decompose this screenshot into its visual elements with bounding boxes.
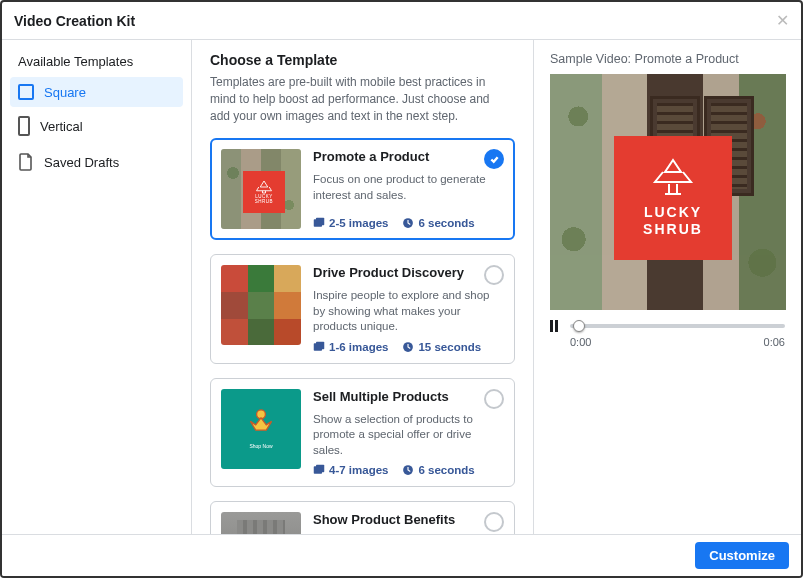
clock-icon bbox=[402, 217, 414, 229]
template-card-product-benefits[interactable]: M.G. Show Product Benefits Highlight key… bbox=[210, 501, 515, 534]
duration-meta: 15 seconds bbox=[402, 341, 481, 353]
svg-rect-8 bbox=[316, 465, 324, 473]
template-title: Show Product Benefits bbox=[313, 512, 455, 527]
template-title: Promote a Product bbox=[313, 149, 429, 164]
images-icon bbox=[313, 217, 325, 229]
images-icon bbox=[313, 341, 325, 353]
radio-empty-icon bbox=[484, 512, 504, 532]
images-meta: 1-6 images bbox=[313, 341, 388, 353]
choose-title: Choose a Template bbox=[210, 52, 515, 68]
template-desc: Focus on one product to generate interes… bbox=[313, 172, 504, 203]
choose-desc: Templates are pre-built with mobile best… bbox=[210, 74, 510, 124]
checkmark-icon bbox=[484, 149, 504, 169]
svg-rect-4 bbox=[316, 342, 324, 350]
template-desc: Show a selection of products to promote … bbox=[313, 412, 504, 459]
template-thumb: LUCKYSHRUB bbox=[221, 149, 301, 229]
square-icon bbox=[18, 84, 34, 100]
customize-button[interactable]: Customize bbox=[695, 542, 789, 569]
lucky-shrub-logo-icon: LUCKYSHRUB bbox=[243, 171, 285, 213]
lucky-shrub-logo-icon: LUCKYSHRUB bbox=[614, 136, 732, 260]
template-thumb: M.G. bbox=[221, 512, 301, 534]
preview-panel: Sample Video: Promote a Product LUCKYSHR… bbox=[533, 40, 801, 534]
sidebar-item-vertical[interactable]: Vertical bbox=[10, 109, 183, 143]
preview-video[interactable]: LUCKYSHRUB bbox=[550, 74, 786, 310]
template-chooser: Choose a Template Templates are pre-buil… bbox=[192, 40, 533, 534]
pause-icon[interactable] bbox=[550, 320, 562, 332]
template-card-sell-multiple[interactable]: Shop Now Sell Multiple Products Show a s… bbox=[210, 378, 515, 488]
sidebar-item-label: Vertical bbox=[40, 119, 83, 134]
radio-empty-icon bbox=[484, 265, 504, 285]
images-meta: 4-7 images bbox=[313, 464, 388, 476]
images-meta: 2-5 images bbox=[313, 217, 388, 229]
svg-rect-1 bbox=[316, 218, 324, 226]
dialog-footer: Customize bbox=[2, 534, 801, 576]
time-row: 0:00 0:06 bbox=[550, 336, 785, 348]
crown-icon bbox=[243, 409, 279, 439]
sidebar-item-label: Saved Drafts bbox=[44, 155, 119, 170]
sidebar-item-label: Square bbox=[44, 85, 86, 100]
duration-meta: 6 seconds bbox=[402, 464, 474, 476]
radio-empty-icon bbox=[484, 389, 504, 409]
vertical-icon bbox=[18, 116, 30, 136]
sidebar: Available Templates Square Vertical Save… bbox=[2, 40, 192, 534]
sidebar-heading: Available Templates bbox=[10, 50, 183, 77]
duration-meta: 6 seconds bbox=[402, 217, 474, 229]
template-title: Sell Multiple Products bbox=[313, 389, 449, 404]
dialog-title: Video Creation Kit bbox=[14, 13, 135, 29]
images-icon bbox=[313, 464, 325, 476]
clock-icon bbox=[402, 464, 414, 476]
close-icon[interactable]: ✕ bbox=[776, 11, 789, 30]
scrubber[interactable] bbox=[570, 324, 785, 328]
template-title: Drive Product Discovery bbox=[313, 265, 464, 280]
template-list: LUCKYSHRUB Promote a Product Focus on on… bbox=[210, 138, 515, 534]
template-desc: Inspire people to explore and shop by sh… bbox=[313, 288, 504, 335]
drafts-icon bbox=[18, 152, 34, 172]
template-thumb: Shop Now bbox=[221, 389, 301, 469]
template-thumb bbox=[221, 265, 301, 345]
template-card-promote-product[interactable]: LUCKYSHRUB Promote a Product Focus on on… bbox=[210, 138, 515, 240]
sidebar-item-saved-drafts[interactable]: Saved Drafts bbox=[10, 145, 183, 179]
player-controls bbox=[550, 320, 785, 332]
dialog-header: Video Creation Kit ✕ bbox=[2, 2, 801, 40]
current-time: 0:00 bbox=[570, 336, 591, 348]
sidebar-item-square[interactable]: Square bbox=[10, 77, 183, 107]
scrubber-thumb[interactable] bbox=[573, 320, 585, 332]
total-time: 0:06 bbox=[764, 336, 785, 348]
preview-title: Sample Video: Promote a Product bbox=[550, 52, 785, 66]
template-card-drive-discovery[interactable]: Drive Product Discovery Inspire people t… bbox=[210, 254, 515, 364]
clock-icon bbox=[402, 341, 414, 353]
